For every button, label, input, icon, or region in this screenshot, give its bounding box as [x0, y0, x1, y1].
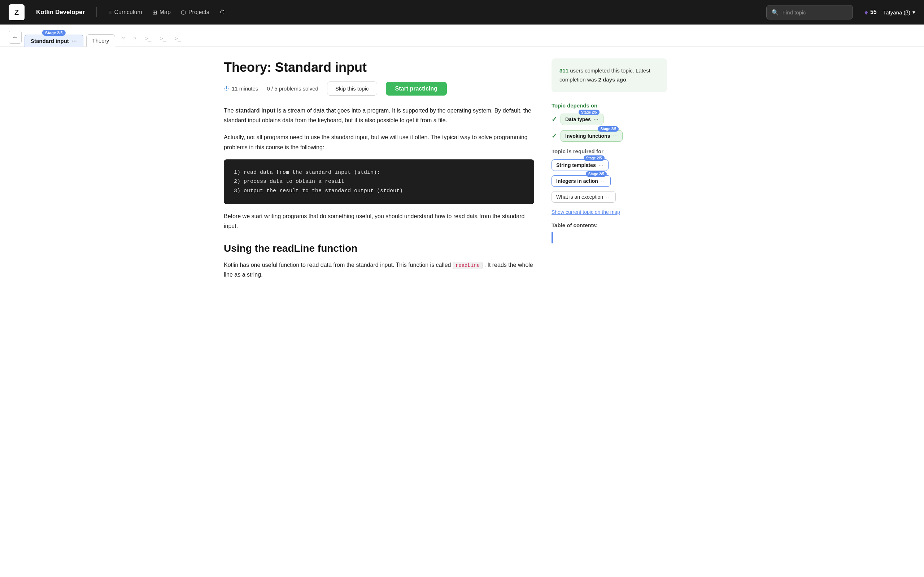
intro-paragraph: The standard input is a stream of data t…	[224, 106, 534, 125]
projects-icon: ⬡	[181, 9, 186, 16]
app-title: Kotlin Developer	[36, 9, 85, 16]
nav-projects[interactable]: ⬡ Projects	[181, 9, 209, 16]
nav-map[interactable]: ⊞ Map	[152, 9, 171, 16]
chevron-down-icon: ▾	[913, 9, 915, 16]
completion-box: 311 users completed this topic. Latest c…	[551, 58, 667, 92]
clock-icon: ⏱	[224, 85, 229, 92]
gem-icon: ♦	[864, 8, 868, 16]
main-layout: Theory: Standard input ⏱ 11 minutes 0 / …	[209, 47, 715, 300]
tab-icon-terminal-1[interactable]: >_	[142, 33, 155, 44]
stage-badge-integers: Stage 2/5	[586, 171, 607, 177]
app-logo[interactable]: Z	[9, 4, 24, 20]
tab-dots: ···	[72, 38, 77, 44]
bold-standard-input: standard input	[235, 108, 275, 114]
tab-icon-terminal-3[interactable]: >_	[171, 33, 184, 44]
stage-badge-string-templates: Stage 2/5	[584, 155, 604, 161]
nav-curriculum[interactable]: ≡ Curriculum	[108, 9, 142, 16]
required-for-label: Topic is required for	[551, 148, 667, 154]
content-area: Theory: Standard input ⏱ 11 minutes 0 / …	[224, 47, 534, 300]
navbar-right: ♦ 55 Tatyana (β) ▾	[864, 8, 915, 16]
stage-badge: Stage 2/5	[42, 30, 65, 36]
tab-standard-input[interactable]: Stage 2/5 Standard input ···	[24, 35, 83, 47]
meta-row: ⏱ 11 minutes 0 / 5 problems solved Skip …	[224, 82, 534, 95]
tab-icon-terminal-2[interactable]: >_	[156, 33, 170, 44]
completion-count: 311	[559, 68, 569, 74]
tab-icon-question-1[interactable]: ?	[118, 33, 128, 44]
subtext-paragraph: Kotlin has one useful function to read d…	[224, 260, 534, 280]
nav-timer[interactable]: ⏱	[220, 9, 225, 16]
search-input[interactable]	[782, 10, 848, 16]
nav-separator	[96, 7, 97, 17]
timer-icon: ⏱	[220, 9, 225, 16]
code-line-1: 1) read data from the standard input (st…	[234, 168, 524, 177]
dep-tag-invoking[interactable]: Stage 2/5 Invoking functions ···	[561, 130, 623, 142]
toc-label: Table of contents:	[551, 222, 667, 228]
search-bar[interactable]: 🔍	[766, 5, 853, 19]
depends-on-label: Topic depends on	[551, 102, 667, 108]
subheading: Using the readLine function	[224, 243, 534, 254]
dep-dots-1: ···	[594, 116, 599, 122]
navbar: Z Kotlin Developer ≡ Curriculum ⊞ Map ⬡ …	[0, 0, 924, 24]
sidebar: 311 users completed this topic. Latest c…	[551, 47, 667, 300]
check-icon-1: ✓	[551, 115, 557, 123]
search-icon: 🔍	[772, 9, 779, 16]
code-block: 1) read data from the standard input (st…	[224, 160, 534, 205]
skip-button[interactable]: Skip this topic	[327, 82, 377, 95]
back-button[interactable]: ←	[9, 31, 22, 44]
show-map-link[interactable]: Show current topic on the map	[551, 209, 667, 215]
req-tag-string-templates[interactable]: Stage 2/5 String templates ···	[551, 160, 609, 171]
code-line-3: 3) output the result to the standard out…	[234, 187, 524, 196]
gems-display: ♦ 55	[864, 8, 877, 16]
req-what-is-exception: What is an exception ···	[551, 191, 667, 207]
dep-tag-data-types[interactable]: Stage 2/5 Data types ···	[561, 114, 604, 125]
main-nav: ≡ Curriculum ⊞ Map ⬡ Projects ⏱	[108, 9, 755, 16]
after-code-paragraph: Before we start writing programs that do…	[224, 211, 534, 231]
tab-icon-question-2[interactable]: ?	[130, 33, 140, 44]
map-icon: ⊞	[152, 9, 157, 16]
user-menu[interactable]: Tatyana (β) ▾	[883, 9, 915, 16]
dep-data-types: ✓ Stage 2/5 Data types ···	[551, 114, 667, 125]
req-string-templates: Stage 2/5 String templates ···	[551, 160, 667, 175]
req-dots-1: ···	[599, 162, 604, 168]
completion-days: 2 days ago	[598, 76, 627, 82]
req-dots-3: ···	[606, 194, 611, 200]
req-tag-integers[interactable]: Stage 2/5 Integers in action ···	[551, 175, 611, 187]
start-practicing-button[interactable]: Start practicing	[386, 82, 447, 95]
dep-dots-2: ···	[613, 133, 618, 139]
page-title: Theory: Standard input	[224, 60, 534, 75]
dep-invoking-functions: ✓ Stage 2/5 Invoking functions ···	[551, 130, 667, 142]
req-tag-exception[interactable]: What is an exception ···	[551, 191, 616, 203]
toc-indicator	[551, 232, 553, 243]
curriculum-icon: ≡	[108, 9, 111, 16]
code-line-2: 2) process data to obtain a result	[234, 177, 524, 187]
req-dots-2: ···	[601, 178, 606, 184]
tab-theory[interactable]: Theory	[86, 34, 115, 47]
problems-count: 0 / 5 problems solved	[267, 85, 318, 92]
inline-code-readline: readLine	[452, 262, 483, 269]
time-display: ⏱ 11 minutes	[224, 85, 258, 92]
stage-badge-data-types: Stage 2/5	[578, 110, 599, 115]
req-integers-in-action: Stage 2/5 Integers in action ···	[551, 175, 667, 191]
check-icon-2: ✓	[551, 132, 557, 140]
tab-icons: ? ? >_ >_ >_	[118, 33, 184, 47]
second-paragraph: Actually, not all programs need to use t…	[224, 132, 534, 152]
stage-badge-invoking: Stage 2/5	[598, 126, 619, 132]
tabs-bar: ← Stage 2/5 Standard input ··· Theory ? …	[0, 24, 924, 47]
